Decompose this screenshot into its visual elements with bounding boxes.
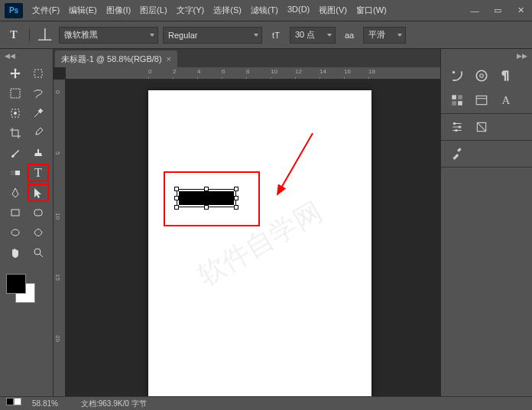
- svg-text:丄: 丄: [38, 28, 52, 43]
- ruler-tick: 10: [54, 213, 61, 220]
- font-style-dropdown[interactable]: Regular: [163, 27, 262, 44]
- clone-stamp-tool[interactable]: [28, 144, 49, 162]
- menu-layer[interactable]: 图层(L): [135, 5, 171, 16]
- document-tab[interactable]: 未标题-1 @ 58.8%(RGB/8) ×: [55, 50, 177, 67]
- transform-handle-tc[interactable]: [204, 187, 209, 191]
- rectangle-tool[interactable]: [5, 203, 26, 222]
- move-tool[interactable]: [5, 64, 26, 83]
- transform-handle-tr[interactable]: [234, 187, 238, 191]
- svg-rect-2: [11, 89, 20, 98]
- menu-file[interactable]: 文件(F): [28, 5, 64, 16]
- menu-edit[interactable]: 编辑(E): [64, 5, 102, 16]
- path-selection-tool[interactable]: [28, 184, 49, 202]
- zoom-level[interactable]: 58.81%: [32, 399, 58, 408]
- quick-select-tool[interactable]: [5, 104, 26, 122]
- pen-tool[interactable]: [5, 184, 26, 202]
- color-panel-icon[interactable]: [473, 67, 490, 84]
- menu-image[interactable]: 图像(I): [102, 5, 135, 16]
- history-panel-icon[interactable]: [449, 67, 466, 84]
- title-bar: Ps 文件(F) 编辑(E) 图像(I) 图层(L) 文字(Y) 选择(S) 滤…: [0, 0, 532, 21]
- svg-rect-6: [11, 171, 15, 175]
- main-area: ◀◀ T: [0, 49, 532, 396]
- ruler-tick: 0: [54, 90, 61, 93]
- libraries-panel-icon[interactable]: [473, 92, 490, 109]
- rounded-rect-tool[interactable]: [28, 203, 49, 222]
- lasso-tool[interactable]: [28, 84, 49, 102]
- eyedropper-tool[interactable]: [28, 124, 49, 142]
- text-orientation-icon[interactable]: 丄: [36, 26, 54, 44]
- adjustments-panel-icon[interactable]: [449, 119, 466, 135]
- divider: [29, 29, 30, 41]
- antialias-dropdown[interactable]: 平滑: [363, 27, 406, 44]
- menu-3d[interactable]: 3D(D): [283, 5, 314, 16]
- canvas[interactable]: 软件自学网: [148, 90, 371, 396]
- tool-grid: T: [0, 63, 53, 263]
- font-size-icon: tT: [267, 26, 285, 44]
- text-layer-object[interactable]: [179, 191, 234, 205]
- vertical-ruler[interactable]: 0 5 10 15 20 25: [54, 80, 66, 396]
- artboard-tool[interactable]: [28, 64, 49, 83]
- menu-select[interactable]: 选择(S): [209, 5, 246, 16]
- horizontal-ruler[interactable]: 0 2 4 6 8 10 12 14 16 18: [66, 67, 440, 80]
- svg-rect-15: [458, 95, 462, 99]
- gradient-tool[interactable]: [5, 164, 26, 182]
- properties-panel-icon[interactable]: [449, 145, 466, 162]
- hand-tool[interactable]: [5, 243, 26, 262]
- magic-wand-tool[interactable]: [28, 104, 49, 122]
- close-window-button[interactable]: ✕: [509, 2, 532, 19]
- font-size-dropdown[interactable]: 30 点: [290, 27, 336, 44]
- tab-close-icon[interactable]: ×: [167, 54, 171, 63]
- menu-type[interactable]: 文字(Y): [172, 5, 209, 16]
- transform-handle-mr[interactable]: [234, 196, 238, 200]
- transform-handle-br[interactable]: [234, 205, 238, 210]
- svg-point-10: [34, 249, 41, 255]
- zoom-tool[interactable]: [28, 243, 49, 262]
- foreground-color-swatch[interactable]: [6, 274, 26, 294]
- transform-handle-ml[interactable]: [174, 196, 179, 200]
- right-panels: ▶▶ A: [440, 49, 532, 396]
- minimize-button[interactable]: —: [463, 2, 486, 19]
- panel-group-2: [441, 114, 532, 141]
- color-swatches[interactable]: [6, 274, 35, 303]
- character-panel-icon[interactable]: A: [498, 92, 514, 109]
- custom-shape-tool[interactable]: [28, 223, 49, 242]
- ruler-tick: 8: [246, 68, 249, 75]
- menu-filter[interactable]: 滤镜(T): [246, 5, 283, 16]
- canvas-viewport[interactable]: 软件自学网: [66, 80, 440, 396]
- tool-preset-icon[interactable]: T: [5, 26, 23, 44]
- ruler-tick: 12: [295, 68, 302, 75]
- brush-tool[interactable]: [5, 144, 26, 162]
- crop-tool[interactable]: [5, 124, 26, 142]
- antialias-label: aa: [340, 26, 358, 44]
- ruler-tick: 16: [344, 68, 351, 75]
- transform-handle-bl[interactable]: [174, 205, 179, 210]
- svg-point-13: [480, 74, 484, 78]
- menu-window[interactable]: 窗口(W): [352, 5, 391, 16]
- panel-group-3: [441, 141, 532, 168]
- swatches-panel-icon[interactable]: [449, 92, 466, 109]
- tab-title: 未标题-1 @ 58.8%(RGB/8): [61, 54, 162, 65]
- ruler-tick: 10: [271, 68, 277, 75]
- type-tool[interactable]: T: [28, 164, 49, 182]
- collapse-panels-icon[interactable]: ▶▶: [517, 50, 527, 61]
- svg-point-12: [476, 70, 487, 81]
- options-bar: T 丄 微软雅黑 Regular tT 30 点 aa 平滑: [0, 21, 532, 49]
- transform-handle-tl[interactable]: [174, 187, 179, 191]
- marquee-tool[interactable]: [5, 84, 26, 102]
- tools-panel: ◀◀ T: [0, 49, 54, 396]
- document-info[interactable]: 文档:963.9K/0 字节: [81, 399, 147, 409]
- ellipse-tool[interactable]: [5, 223, 26, 242]
- paragraph-panel-icon[interactable]: [498, 67, 514, 84]
- ruler-tick: 15: [54, 274, 61, 281]
- svg-rect-7: [11, 210, 19, 216]
- default-colors-icon[interactable]: [6, 398, 21, 405]
- styles-panel-icon[interactable]: [473, 119, 490, 135]
- transform-handle-bc[interactable]: [204, 205, 209, 210]
- document-tabs: 未标题-1 @ 58.8%(RGB/8) ×: [54, 49, 440, 67]
- collapse-tools-icon[interactable]: ◀◀: [5, 50, 15, 61]
- menu-view[interactable]: 视图(V): [314, 5, 352, 16]
- font-family-dropdown[interactable]: 微软雅黑: [59, 27, 158, 44]
- panel-group-1: A: [441, 63, 532, 114]
- ruler-tick: 20: [54, 335, 61, 342]
- maximize-button[interactable]: ▭: [486, 2, 509, 19]
